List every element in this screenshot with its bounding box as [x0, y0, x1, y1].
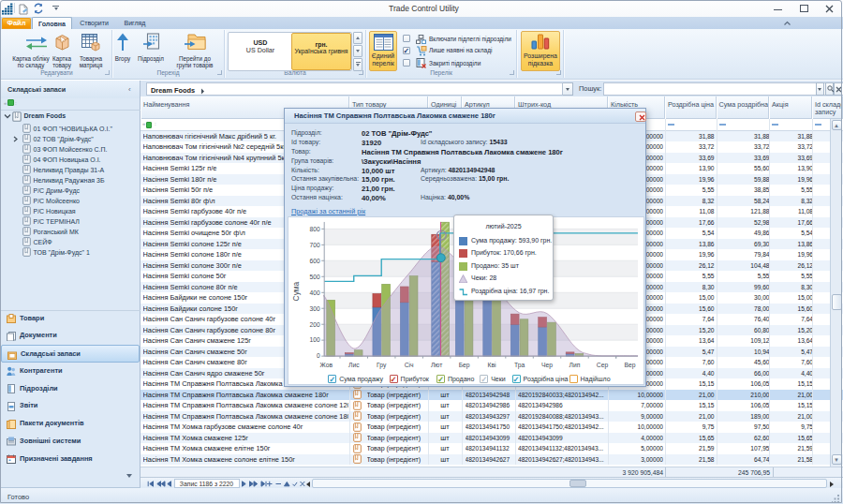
svg-text:Лют: Лют [431, 362, 442, 368]
svg-text:800: 800 [310, 226, 320, 232]
svg-text:Вер: Вер [624, 362, 635, 369]
svg-text:Жов: Жов [320, 362, 333, 368]
svg-text:Гру: Гру [377, 362, 387, 369]
svg-text:700: 700 [310, 242, 320, 248]
svg-text:Січ: Січ [405, 362, 414, 368]
svg-text:500: 500 [310, 274, 320, 280]
svg-text:400: 400 [310, 289, 320, 296]
svg-text:Лип: Лип [569, 362, 581, 368]
svg-text:300: 300 [310, 305, 320, 312]
svg-text:600: 600 [310, 258, 320, 264]
svg-text:200: 200 [310, 321, 320, 328]
svg-text:Сер: Сер [597, 362, 609, 369]
svg-text:Бер: Бер [459, 362, 470, 369]
svg-text:Тра: Тра [514, 362, 525, 369]
svg-text:Сума: Сума [291, 281, 301, 301]
svg-text:Кві: Кві [488, 362, 496, 368]
svg-text:0: 0 [317, 353, 320, 360]
svg-text:Лис: Лис [348, 362, 360, 368]
svg-text:Чер: Чер [541, 362, 553, 369]
svg-text:100: 100 [310, 337, 320, 344]
